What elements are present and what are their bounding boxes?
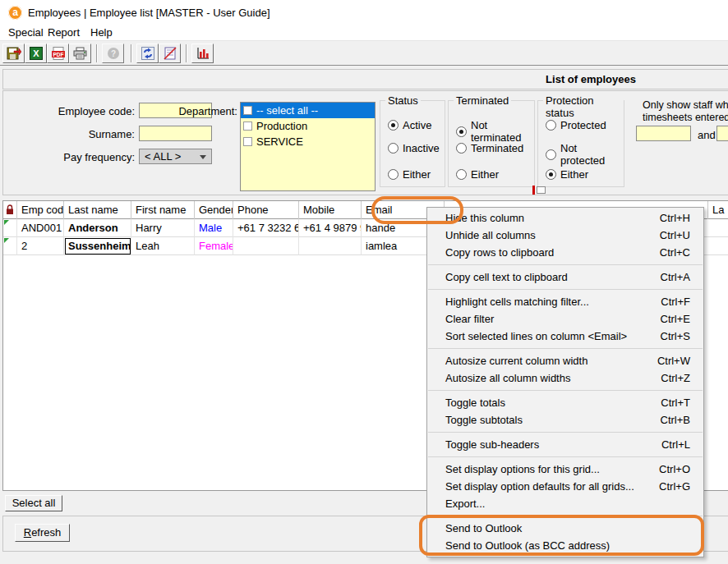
- radio-terminated-either[interactable]: Either: [456, 168, 499, 181]
- cell-gender[interactable]: Male: [195, 219, 233, 237]
- pay-frequency-select[interactable]: < ALL >: [139, 149, 212, 164]
- toolbar-separator: [131, 44, 132, 62]
- menu-shortcut: Ctrl+U: [660, 227, 690, 244]
- save-button[interactable]: [2, 44, 25, 63]
- radio-status-active[interactable]: Active: [388, 119, 431, 131]
- cell-phone[interactable]: +61 7 3232 653: [233, 219, 299, 237]
- menu-item-hide-this-column[interactable]: Hide this columnCtrl+H: [427, 209, 703, 227]
- menu-help[interactable]: Help: [85, 26, 117, 40]
- row-indicator-cell[interactable]: [3, 219, 17, 237]
- refresh-button[interactable]: Refresh: [15, 524, 70, 542]
- menu-item-autosize-current-column[interactable]: Autosize current column widthCtrl+W: [427, 352, 703, 369]
- col-header-emp-code[interactable]: Emp code: [17, 201, 64, 219]
- export-excel-button[interactable]: X: [25, 44, 47, 63]
- terminated-group: Terminated Not terminated Terminated Eit…: [448, 100, 535, 187]
- radio-not-terminated[interactable]: Not terminated: [456, 119, 534, 144]
- menu-item-toggle-sub-headers[interactable]: Toggle sub-headersCtrl+L: [427, 436, 703, 453]
- radio-label: Inactive: [403, 142, 440, 154]
- department-option-production[interactable]: Production: [241, 118, 375, 134]
- menu-item-send-to-outlook-bcc[interactable]: Send to Outlook (as BCC address): [427, 537, 703, 554]
- cell-emp-code[interactable]: AND001: [17, 219, 64, 237]
- radio-status-either[interactable]: Either: [388, 168, 431, 181]
- cell-first-name[interactable]: Leah: [131, 237, 195, 255]
- select-all-button[interactable]: Select all: [5, 495, 62, 511]
- menu-item-label: Copy rows to clipboard: [445, 246, 554, 259]
- department-option-label: Production: [256, 119, 307, 134]
- row-indicator-cell[interactable]: [3, 237, 17, 255]
- department-option-service[interactable]: SERVICE: [241, 134, 375, 149]
- radio-not-protected[interactable]: Not protected: [546, 142, 624, 167]
- status-group-title: Status: [385, 94, 421, 107]
- radio-icon: [456, 169, 467, 180]
- menu-item-toggle-subtotals[interactable]: Toggle subtotalsCtrl+B: [427, 411, 703, 429]
- menu-item-toggle-totals[interactable]: Toggle totalsCtrl+T: [427, 394, 703, 411]
- lock-column-header[interactable]: [3, 201, 17, 219]
- cell-mobile[interactable]: +61 4 9879 987: [299, 219, 362, 237]
- refresh-icon: [141, 47, 154, 60]
- radio-protected[interactable]: Protected: [546, 119, 606, 131]
- export-pdf-button[interactable]: PDF: [47, 44, 69, 63]
- radio-label: Not terminated: [471, 119, 534, 144]
- menu-item-unhide-all-columns[interactable]: Unhide all columnsCtrl+U: [427, 227, 703, 244]
- menu-separator: [428, 516, 703, 516]
- cell-last-name-focused[interactable]: Sussenheime: [64, 237, 131, 255]
- cell-emp-code[interactable]: 2: [17, 237, 64, 255]
- radio-icon: [456, 126, 467, 137]
- protection-status-group: Protection status Protected Not protecte…: [537, 100, 624, 187]
- col-header-first-name[interactable]: First name: [131, 201, 195, 219]
- title-bar: a Employees | Employee list [MASTER - Us…: [0, 0, 728, 25]
- radio-protection-either[interactable]: Either: [546, 168, 588, 181]
- checkbox-icon[interactable]: [243, 122, 252, 131]
- timesheet-to-input[interactable]: [716, 126, 728, 141]
- menu-item-sort-selected-lines[interactable]: Sort selected lines on column <Email>Ctr…: [427, 328, 703, 345]
- checkbox-icon[interactable]: [243, 106, 252, 115]
- menu-item-set-display-defaults[interactable]: Set display option defaults for all grid…: [427, 478, 703, 495]
- col-header-mobile[interactable]: Mobile: [299, 201, 362, 219]
- menu-item-copy-cell-text[interactable]: Copy cell text to clipboardCtrl+A: [427, 268, 703, 286]
- surname-input[interactable]: [139, 126, 212, 141]
- radio-label: Either: [471, 168, 499, 181]
- radio-label: Not protected: [560, 142, 624, 167]
- col-header-last-name[interactable]: Last name: [64, 201, 131, 219]
- context-menu: Hide this columnCtrl+H Unhide all column…: [426, 207, 704, 557]
- radio-status-inactive[interactable]: Inactive: [388, 142, 440, 154]
- chart-button[interactable]: [191, 44, 214, 63]
- help-button[interactable]: ?: [102, 44, 124, 63]
- checkbox-icon[interactable]: [243, 137, 252, 146]
- department-option-select-all[interactable]: -- select all --: [241, 103, 375, 118]
- department-listbox: -- select all -- Production SERVICE: [240, 102, 376, 191]
- lock-icon: [6, 204, 14, 215]
- menu-special[interactable]: Special: [3, 26, 48, 40]
- menu-shortcut: Ctrl+S: [661, 328, 690, 345]
- menu-report[interactable]: Report: [43, 26, 85, 40]
- cell-gender[interactable]: Female: [195, 237, 233, 255]
- print-button[interactable]: [69, 44, 91, 63]
- radio-terminated[interactable]: Terminated: [456, 142, 523, 154]
- cell-last-name[interactable]: Anderson: [64, 219, 131, 237]
- save-icon: [7, 47, 21, 60]
- menu-item-label: Copy cell text to clipboard: [445, 271, 568, 283]
- menu-item-label: Send to Outlook (as BCC address): [445, 539, 610, 552]
- menu-item-clear-filter[interactable]: Clear filterCtrl+E: [427, 310, 703, 328]
- radio-icon: [388, 120, 399, 131]
- menu-item-set-display-options[interactable]: Set display options for this grid...Ctrl…: [427, 461, 703, 478]
- menu-item-highlight-cells[interactable]: Highlight cells matching filter...Ctrl+F: [427, 293, 703, 310]
- cell-phone[interactable]: [233, 237, 299, 255]
- radio-icon: [388, 169, 399, 180]
- cell-mobile[interactable]: [299, 237, 362, 255]
- col-header-phone[interactable]: Phone: [233, 201, 299, 219]
- col-header-last-visible[interactable]: La: [707, 201, 728, 219]
- timesheet-from-input[interactable]: [636, 126, 691, 141]
- menu-item-autosize-all-columns[interactable]: Autosize all column widthsCtrl+Z: [427, 369, 703, 387]
- cell-first-name[interactable]: Harry: [131, 219, 195, 237]
- menu-shortcut: Ctrl+L: [661, 436, 690, 453]
- menu-shortcut: Ctrl+B: [661, 411, 690, 429]
- menu-item-export[interactable]: Export...: [427, 495, 703, 512]
- menu-item-send-to-outlook[interactable]: Send to Outlook: [427, 520, 703, 537]
- pay-frequency-label: Pay frequency:: [20, 151, 135, 163]
- app-window: a Employees | Employee list [MASTER - Us…: [0, 0, 728, 564]
- refresh-view-button[interactable]: [136, 44, 159, 63]
- menu-item-copy-rows[interactable]: Copy rows to clipboardCtrl+C: [427, 244, 703, 261]
- col-header-gender[interactable]: Gender: [195, 201, 233, 219]
- toggle-preview-button[interactable]: [159, 44, 181, 63]
